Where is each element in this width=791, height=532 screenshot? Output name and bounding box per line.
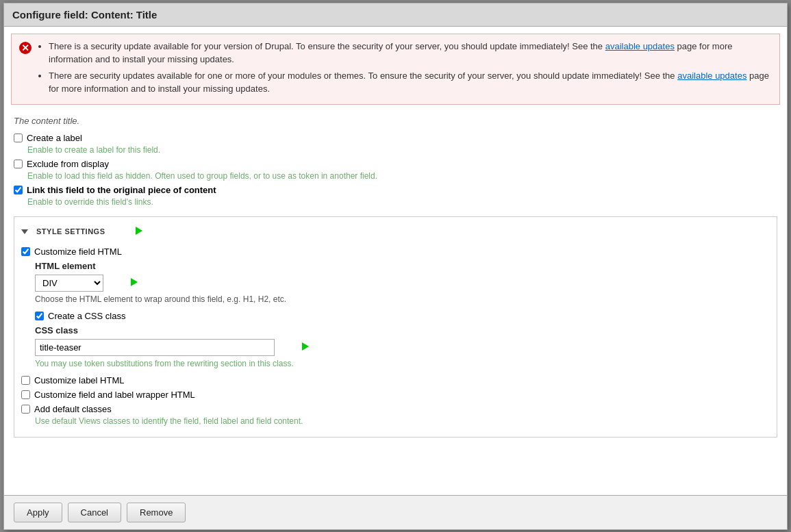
link-field-label: Link this field to the original piece of… bbox=[27, 185, 216, 195]
error-icon: ✕ bbox=[18, 41, 32, 55]
link-field-description: Enable to override this field's links. bbox=[27, 197, 777, 207]
error-text: There is a security update available for… bbox=[38, 40, 773, 99]
exclude-display-checkbox[interactable] bbox=[14, 160, 23, 168]
configure-field-dialog: Configure field: Content: Title ✕ There … bbox=[3, 3, 788, 530]
create-label-label: Create a label bbox=[27, 133, 82, 143]
add-default-classes-label: Add default classes bbox=[34, 404, 112, 414]
exclude-display-description: Enable to load this field as hidden. Oft… bbox=[27, 171, 777, 181]
customize-label-html-row: Customize label HTML bbox=[21, 375, 770, 385]
create-label-row: Create a label Enable to create a label … bbox=[14, 133, 777, 155]
style-settings-title: STYLE SETTINGS bbox=[36, 227, 105, 236]
add-default-classes-description: Use default Views classes to identify th… bbox=[35, 416, 770, 426]
customize-label-html-label: Customize label HTML bbox=[34, 375, 125, 385]
customize-wrapper-row: Customize field and label wrapper HTML bbox=[21, 390, 770, 400]
svg-text:✕: ✕ bbox=[21, 42, 29, 53]
collapse-icon bbox=[21, 229, 28, 234]
content-area: The content title. Create a label Enable… bbox=[4, 109, 787, 495]
create-css-class-label: Create a CSS class bbox=[48, 311, 125, 321]
remove-button[interactable]: Remove bbox=[127, 503, 186, 522]
exclude-display-row: Exclude from display Enable to load this… bbox=[14, 159, 777, 181]
create-css-class-checkbox[interactable] bbox=[35, 312, 44, 320]
available-updates-link-1[interactable]: available updates bbox=[605, 41, 675, 51]
customize-wrapper-checkbox[interactable] bbox=[21, 390, 30, 399]
customize-field-html-label: Customize field HTML bbox=[34, 246, 122, 257]
html-element-select[interactable]: DIV H1 H2 H3 H4 H5 H6 SPAN P bbox=[35, 275, 103, 292]
error-banner: ✕ There is a security update available f… bbox=[11, 34, 780, 105]
create-css-class-row: Create a CSS class bbox=[21, 311, 770, 321]
green-arrow-annotation-1 bbox=[115, 224, 142, 240]
apply-button[interactable]: Apply bbox=[14, 503, 62, 522]
create-label-description: Enable to create a label for this field. bbox=[27, 145, 777, 155]
create-label-checkbox[interactable] bbox=[14, 134, 23, 142]
link-field-checkbox[interactable] bbox=[14, 186, 23, 194]
css-class-input[interactable] bbox=[35, 339, 275, 356]
customize-label-html-checkbox[interactable] bbox=[21, 376, 30, 385]
error-message-1: There is a security update available for… bbox=[49, 40, 773, 66]
svg-marker-2 bbox=[115, 227, 142, 235]
green-arrow-annotation-3 bbox=[281, 340, 309, 355]
exclude-display-label: Exclude from display bbox=[27, 159, 109, 169]
html-element-group: HTML element DIV H1 H2 H3 H4 H5 H6 SPAN … bbox=[35, 261, 770, 304]
customize-field-html-checkbox[interactable] bbox=[21, 247, 30, 256]
cancel-button[interactable]: Cancel bbox=[68, 503, 121, 522]
css-class-help: You may use token substitutions from the… bbox=[35, 359, 770, 368]
green-arrow-annotation-2 bbox=[110, 275, 138, 291]
css-class-group: CSS class You may use token substitution… bbox=[35, 325, 770, 368]
style-settings-header[interactable]: STYLE SETTINGS bbox=[21, 224, 770, 240]
dialog-title: Configure field: Content: Title bbox=[12, 9, 157, 21]
add-default-classes-checkbox[interactable] bbox=[21, 405, 30, 414]
dialog-footer: Apply Cancel Remove bbox=[4, 495, 787, 529]
style-settings-section: STYLE SETTINGS Customize field HTML HTML… bbox=[14, 216, 777, 438]
html-element-help: Choose the HTML element to wrap around t… bbox=[35, 294, 770, 304]
add-default-classes-row: Add default classes Use default Views cl… bbox=[21, 404, 770, 426]
svg-marker-4 bbox=[281, 342, 309, 351]
customize-field-html-row: Customize field HTML bbox=[21, 246, 770, 257]
css-class-label: CSS class bbox=[35, 325, 770, 335]
available-updates-link-2[interactable]: available updates bbox=[677, 71, 746, 81]
link-field-row: Link this field to the original piece of… bbox=[14, 185, 777, 207]
content-description: The content title. bbox=[14, 116, 777, 126]
error-message-2: There are security updates available for… bbox=[49, 69, 773, 96]
customize-wrapper-label: Customize field and label wrapper HTML bbox=[34, 390, 195, 400]
html-element-label: HTML element bbox=[35, 261, 770, 271]
svg-marker-3 bbox=[110, 278, 138, 286]
dialog-titlebar: Configure field: Content: Title bbox=[4, 3, 787, 27]
